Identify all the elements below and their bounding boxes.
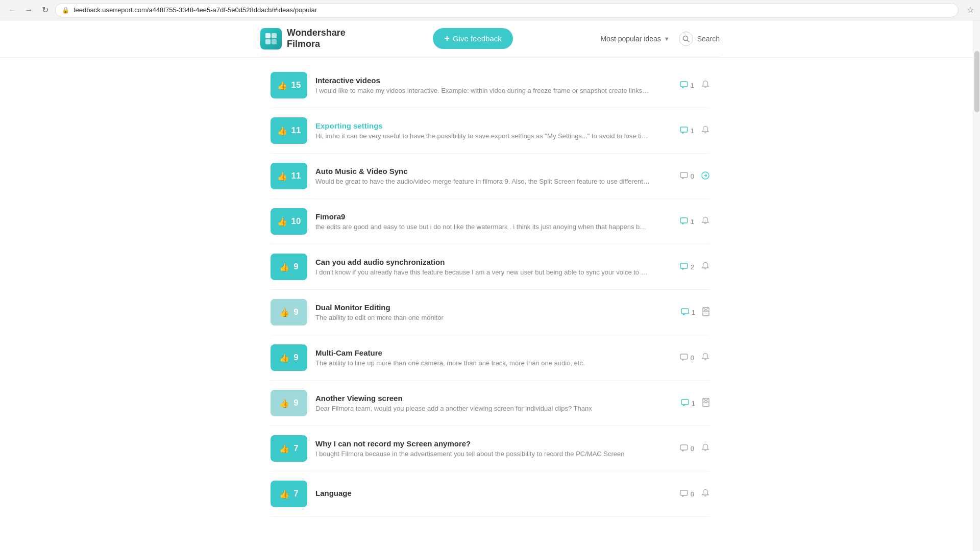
idea-content: Another Viewing screen Dear Filmora team… [315, 394, 673, 412]
vote-button[interactable]: 👍 11 [271, 163, 307, 189]
idea-content: Multi-Cam Feature The ability to line up… [315, 348, 672, 367]
logo-text: Wondershare Filmora [287, 28, 346, 49]
bell-icon[interactable] [701, 489, 709, 499]
scrollbar-thumb[interactable] [974, 51, 979, 112]
back-button[interactable]: ← [6, 4, 18, 16]
vote-count: 15 [291, 80, 301, 90]
most-popular-dropdown[interactable]: Most popular ideas ▼ [600, 35, 669, 43]
vote-button[interactable]: 👍 15 [271, 72, 307, 98]
list-item: 👍 9 Multi-Cam Feature The ability to lin… [271, 335, 709, 381]
idea-content: Fimora9 the edits are good and easy to u… [315, 212, 672, 231]
idea-description: Would be great to have the audio/video m… [315, 178, 672, 185]
idea-title: Interactive videos [315, 76, 672, 85]
forward-button[interactable]: → [22, 4, 35, 16]
ideas-list: 👍 15 Interactive videos I would like to … [271, 63, 709, 517]
thumbs-up-icon: 👍 [279, 262, 289, 272]
comment-count: 1 [681, 308, 695, 317]
idea-description: I don't know if you already have this fe… [315, 268, 672, 276]
svg-rect-14 [680, 354, 688, 359]
comment-icon [680, 263, 688, 271]
bell-icon[interactable] [701, 216, 709, 227]
vote-count: 7 [293, 489, 298, 499]
svg-rect-1 [272, 33, 277, 38]
bell-icon[interactable] [701, 443, 709, 454]
idea-description: Hi, imho it can be very useful to have t… [315, 132, 672, 140]
bookmark-icon[interactable]: ☆ [967, 5, 974, 15]
bell-icon[interactable] [701, 126, 709, 136]
comment-icon [680, 354, 688, 362]
idea-description: the edits are good and easy to use but i… [315, 223, 672, 231]
vote-button[interactable]: 👍 7 [271, 481, 307, 507]
idea-content: Interactive videos I would like to make … [315, 76, 672, 94]
vote-count: 10 [291, 216, 301, 227]
thumbs-up-icon: 👍 [279, 308, 289, 317]
arrow-icon[interactable] [701, 171, 709, 181]
thumbs-up-icon: 👍 [277, 126, 287, 136]
list-item: 👍 15 Interactive videos I would like to … [271, 63, 709, 108]
bell-icon[interactable] [701, 80, 709, 90]
idea-meta: 1 [680, 216, 709, 227]
idea-title: Why I can not record my Screen anymore? [315, 439, 672, 448]
comment-icon [681, 308, 689, 317]
vote-button[interactable]: 👍 9 [271, 344, 307, 371]
reload-button[interactable]: ↻ [39, 4, 51, 16]
comment-icon [680, 217, 688, 226]
search-icon [679, 32, 693, 46]
vote-button[interactable]: 👍 9 [271, 254, 307, 280]
thumbs-up-icon: 👍 [277, 81, 287, 90]
hourglass-icon[interactable] [702, 307, 709, 318]
idea-content: Language [315, 489, 672, 499]
list-item: 👍 7 Language 0 [271, 471, 709, 517]
list-item: 👍 9 Another Viewing screen Dear Filmora … [271, 381, 709, 426]
list-item: 👍 11 Auto Music & Video Sync Would be gr… [271, 154, 709, 199]
list-item: 👍 9 Dual Monitor Editing The ability to … [271, 290, 709, 335]
idea-content: Exporting settings Hi, imho it can be ve… [315, 121, 672, 140]
idea-meta: 0 [680, 171, 709, 181]
thumbs-up-icon: 👍 [277, 217, 287, 227]
vote-count: 9 [293, 398, 298, 408]
idea-title: Dual Monitor Editing [315, 303, 673, 312]
list-item: 👍 7 Why I can not record my Screen anymo… [271, 426, 709, 471]
thumbs-up-icon: 👍 [279, 444, 289, 454]
vote-button[interactable]: 👍 7 [271, 435, 307, 462]
idea-meta: 0 [680, 353, 709, 363]
browser-chrome: ← → ↻ 🔒 feedback.userreport.com/a448f755… [0, 0, 980, 20]
comment-count: 1 [680, 127, 694, 135]
comment-count: 1 [681, 399, 695, 408]
idea-description: The ability to edit on more than one mon… [315, 314, 673, 321]
vote-button[interactable]: 👍 9 [271, 390, 307, 416]
idea-title: Another Viewing screen [315, 394, 673, 403]
vote-button[interactable]: 👍 9 [271, 299, 307, 325]
list-item: 👍 9 Can you add audio synchronization I … [271, 244, 709, 290]
vote-button[interactable]: 👍 10 [271, 208, 307, 235]
idea-meta: 1 [681, 398, 709, 409]
give-feedback-button[interactable]: + Give feedback [433, 28, 512, 49]
thumbs-up-icon: 👍 [279, 398, 289, 408]
address-bar[interactable]: 🔒 feedback.userreport.com/a448f755-3348-… [55, 3, 959, 17]
idea-content: Can you add audio synchronization I don'… [315, 258, 672, 276]
comment-count: 0 [680, 444, 694, 453]
thumbs-up-icon: 👍 [279, 489, 289, 499]
svg-rect-2 [265, 39, 271, 44]
comment-count: 1 [680, 217, 694, 226]
comment-icon [680, 172, 688, 181]
thumbs-up-icon: 👍 [279, 353, 289, 363]
idea-content: Dual Monitor Editing The ability to edit… [315, 303, 673, 321]
svg-rect-0 [265, 33, 271, 38]
svg-rect-7 [680, 127, 688, 132]
svg-rect-17 [680, 445, 688, 450]
vote-button[interactable]: 👍 11 [271, 117, 307, 144]
bell-icon[interactable] [701, 262, 709, 272]
comment-icon [681, 399, 689, 408]
search-area[interactable]: Search [679, 32, 720, 46]
vote-count: 11 [291, 126, 301, 136]
bell-icon[interactable] [701, 353, 709, 363]
list-item: 👍 11 Exporting settings Hi, imho it can … [271, 108, 709, 154]
idea-title[interactable]: Exporting settings [315, 121, 672, 130]
hourglass-icon[interactable] [702, 398, 709, 409]
svg-rect-12 [681, 309, 689, 314]
header-center: + Give feedback [433, 28, 512, 49]
logo-area[interactable]: Wondershare Filmora [260, 28, 346, 49]
idea-meta: 0 [680, 489, 709, 499]
scrollbar-track[interactable] [973, 20, 980, 517]
